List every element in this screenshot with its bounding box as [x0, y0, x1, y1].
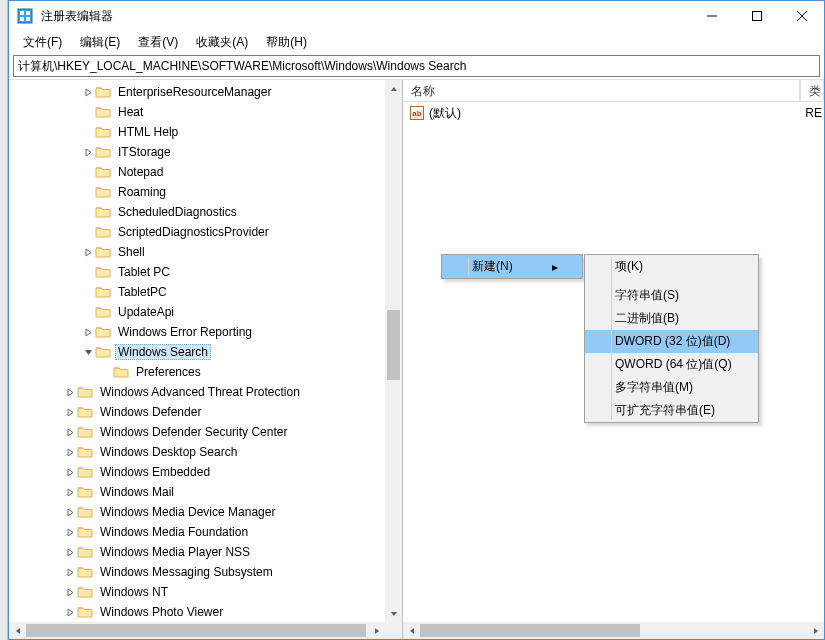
- tree-item[interactable]: Heat: [9, 102, 402, 122]
- chevron-right-icon[interactable]: [81, 325, 95, 339]
- expander-none: [81, 305, 95, 319]
- tree-item[interactable]: Roaming: [9, 182, 402, 202]
- tree[interactable]: EnterpriseResourceManagerHeatHTML HelpIT…: [9, 80, 402, 624]
- menu-edit[interactable]: 编辑(E): [72, 32, 128, 53]
- chevron-right-icon[interactable]: [63, 545, 77, 559]
- svg-rect-3: [20, 17, 24, 21]
- chevron-right-icon[interactable]: [63, 465, 77, 479]
- tree-item[interactable]: Preferences: [9, 362, 402, 382]
- tree-item[interactable]: ScriptedDiagnosticsProvider: [9, 222, 402, 242]
- tree-item-label: TabletPC: [115, 284, 170, 300]
- tree-item[interactable]: EnterpriseResourceManager: [9, 82, 402, 102]
- tree-item[interactable]: ScheduledDiagnostics: [9, 202, 402, 222]
- folder-icon: [95, 305, 111, 319]
- chevron-right-icon[interactable]: [81, 85, 95, 99]
- chevron-right-icon[interactable]: [63, 505, 77, 519]
- maximize-button[interactable]: [734, 1, 779, 31]
- chevron-right-icon[interactable]: [63, 445, 77, 459]
- tree-item[interactable]: Windows Search: [9, 342, 402, 362]
- tree-item[interactable]: Shell: [9, 242, 402, 262]
- menu-item-label: 新建(N): [472, 258, 513, 275]
- tree-vertical-scrollbar[interactable]: [385, 80, 402, 622]
- tree-item[interactable]: HTML Help: [9, 122, 402, 142]
- tree-item[interactable]: Tablet PC: [9, 262, 402, 282]
- folder-icon: [95, 225, 111, 239]
- chevron-right-icon[interactable]: [63, 405, 77, 419]
- list-horizontal-scrollbar[interactable]: [403, 622, 824, 639]
- chevron-right-icon[interactable]: [63, 385, 77, 399]
- list-body[interactable]: ab (默认): [403, 102, 824, 124]
- close-button[interactable]: [779, 1, 824, 31]
- chevron-right-icon[interactable]: [63, 425, 77, 439]
- svg-rect-4: [26, 17, 30, 21]
- address-bar[interactable]: 计算机\HKEY_LOCAL_MACHINE\SOFTWARE\Microsof…: [13, 55, 820, 77]
- folder-icon: [95, 285, 111, 299]
- tree-item[interactable]: Windows NT: [9, 582, 402, 602]
- scroll-down-icon[interactable]: [385, 605, 402, 622]
- titlebar[interactable]: 注册表编辑器: [9, 1, 824, 31]
- scroll-left-icon[interactable]: [9, 622, 26, 639]
- tree-item-label: Windows Media Device Manager: [97, 504, 278, 520]
- folder-icon: [77, 465, 93, 479]
- tree-item[interactable]: Notepad: [9, 162, 402, 182]
- tree-item[interactable]: Windows Error Reporting: [9, 322, 402, 342]
- context-menu[interactable]: 新建(N) ▸: [441, 254, 583, 279]
- scroll-up-icon[interactable]: [385, 80, 402, 97]
- tree-pane: EnterpriseResourceManagerHeatHTML HelpIT…: [9, 80, 403, 639]
- tree-item[interactable]: UpdateApi: [9, 302, 402, 322]
- menu-file[interactable]: 文件(F): [15, 32, 70, 53]
- list-row[interactable]: ab (默认): [403, 104, 824, 122]
- tree-item[interactable]: Windows Photo Viewer: [9, 602, 402, 622]
- chevron-right-icon[interactable]: [81, 245, 95, 259]
- list-header[interactable]: 名称 类: [403, 80, 824, 102]
- menu-view[interactable]: 查看(V): [130, 32, 186, 53]
- folder-icon: [95, 105, 111, 119]
- tree-item[interactable]: Windows Media Device Manager: [9, 502, 402, 522]
- tree-item[interactable]: Windows Media Foundation: [9, 522, 402, 542]
- chevron-right-icon[interactable]: [63, 605, 77, 619]
- scrollbar-thumb[interactable]: [387, 310, 400, 380]
- tree-item[interactable]: Windows Media Player NSS: [9, 542, 402, 562]
- tree-item[interactable]: Windows Desktop Search: [9, 442, 402, 462]
- chevron-right-icon[interactable]: [63, 485, 77, 499]
- chevron-right-icon[interactable]: [81, 145, 95, 159]
- tree-item[interactable]: Windows Messaging Subsystem: [9, 562, 402, 582]
- content-split: EnterpriseResourceManagerHeatHTML HelpIT…: [9, 79, 824, 639]
- background-underlay: [0, 0, 8, 640]
- folder-icon: [95, 125, 111, 139]
- scroll-right-icon[interactable]: [368, 622, 385, 639]
- menu-item-new[interactable]: 新建(N) ▸: [442, 255, 582, 278]
- tree-item-label: Windows Advanced Threat Protection: [97, 384, 303, 400]
- menu-help[interactable]: 帮助(H): [258, 32, 315, 53]
- tree-item[interactable]: TabletPC: [9, 282, 402, 302]
- tree-item[interactable]: Windows Mail: [9, 482, 402, 502]
- chevron-right-icon[interactable]: [63, 565, 77, 579]
- column-type[interactable]: 类: [800, 80, 824, 101]
- scrollbar-thumb[interactable]: [420, 624, 640, 637]
- tree-item[interactable]: Windows Embedded: [9, 462, 402, 482]
- chevron-right-icon[interactable]: [63, 525, 77, 539]
- menu-item-label: DWORD (32 位)值(D): [615, 333, 730, 350]
- tree-item-label: Windows Mail: [97, 484, 177, 500]
- tree-item-label: Windows Media Player NSS: [97, 544, 253, 560]
- menu-gutter: [468, 257, 469, 276]
- scroll-right-icon[interactable]: [807, 622, 824, 639]
- column-name[interactable]: 名称: [403, 80, 800, 101]
- tree-item-label: Heat: [115, 104, 146, 120]
- scroll-corner: [385, 622, 402, 639]
- tree-horizontal-scrollbar[interactable]: [9, 622, 385, 639]
- menu-favorites[interactable]: 收藏夹(A): [188, 32, 256, 53]
- chevron-right-icon[interactable]: [63, 585, 77, 599]
- tree-item[interactable]: Windows Advanced Threat Protection: [9, 382, 402, 402]
- scrollbar-thumb[interactable]: [26, 624, 366, 637]
- folder-icon: [95, 325, 111, 339]
- minimize-button[interactable]: [689, 1, 734, 31]
- context-submenu-new[interactable]: 项(K) 字符串值(S) 二进制值(B) DWORD (32 位)值(D) QW…: [584, 254, 759, 423]
- tree-item[interactable]: Windows Defender: [9, 402, 402, 422]
- chevron-down-icon[interactable]: [81, 345, 95, 359]
- tree-item-label: Windows Desktop Search: [97, 444, 240, 460]
- scroll-left-icon[interactable]: [403, 622, 420, 639]
- window-title: 注册表编辑器: [41, 8, 689, 25]
- tree-item[interactable]: ITStorage: [9, 142, 402, 162]
- tree-item[interactable]: Windows Defender Security Center: [9, 422, 402, 442]
